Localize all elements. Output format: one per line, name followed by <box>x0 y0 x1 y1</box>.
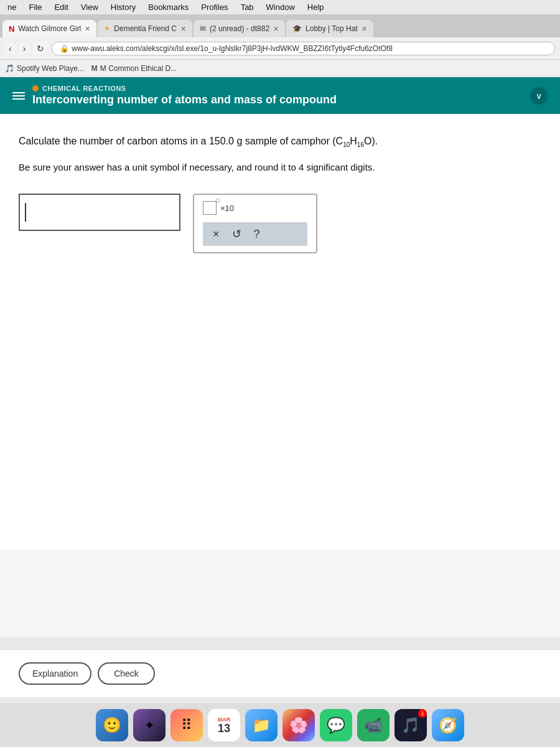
tab-icon-1: N <box>9 24 14 34</box>
superscript-row: ×10 <box>203 201 307 215</box>
tab-close-1[interactable]: ✕ <box>85 25 90 33</box>
tab-dementia-friend[interactable]: ✦ Dementia Friend C ✕ <box>98 20 192 37</box>
menu-tab[interactable]: Tab <box>241 2 254 12</box>
orange-dot-icon <box>32 85 39 92</box>
dock-finder[interactable]: 🙂 <box>96 709 128 741</box>
spotify-icon: 🎵 <box>5 64 14 73</box>
content-area: CHEMICAL REACTIONS Interconverting numbe… <box>0 77 560 637</box>
dock-files[interactable]: 📁 <box>245 709 278 741</box>
dock-messages[interactable]: 💬 <box>320 709 352 741</box>
finder-icon: 🙂 <box>103 716 121 734</box>
macos-dock: 🙂 ✦ ⠿ MAR 13 📁 🌸 💬 📹 🎵 1 🧭 <box>0 702 560 747</box>
bottom-actions: Explanation Check <box>0 649 560 697</box>
menu-profiles[interactable]: Profiles <box>201 2 228 12</box>
siri-icon: ✦ <box>144 718 155 733</box>
dock-siri[interactable]: ✦ <box>133 709 166 741</box>
menu-window[interactable]: Window <box>266 2 295 12</box>
messages-icon: 💬 <box>327 716 345 734</box>
address-bar-row: ‹ › ↻ 🔒 www-awu.aleks.com/alekscgi/x/lsl… <box>0 37 560 60</box>
cursor <box>25 203 26 222</box>
note-text: Be sure your answer has a unit symbol if… <box>19 160 541 175</box>
tab-icon-2: ✦ <box>104 24 110 33</box>
tab-label-1: Watch Gilmore Girl <box>18 24 81 33</box>
help-button[interactable]: ? <box>254 228 260 241</box>
clear-button[interactable]: × <box>213 228 220 241</box>
section-label: CHEMICAL REACTIONS <box>32 85 523 92</box>
music-icon: 🎵 <box>401 716 420 734</box>
tab-close-2[interactable]: ✕ <box>180 25 186 33</box>
dock-music[interactable]: 🎵 1 <box>394 709 427 741</box>
dock-calendar[interactable]: MAR 13 <box>208 709 240 741</box>
tab-close-4[interactable]: ✕ <box>362 25 367 33</box>
x10-label: ×10 <box>220 204 234 213</box>
launchpad-icon: ⠿ <box>181 716 192 734</box>
safari-icon: 🧭 <box>439 716 457 734</box>
question-area: Calculate the number of carbon atoms in … <box>0 114 560 550</box>
bookmark-spotify-label: Spotify Web Playe... <box>17 64 84 73</box>
menu-bar: ne File Edit View History Bookmarks Prof… <box>0 0 560 15</box>
answer-row: ×10 × ↺ ? <box>19 194 541 253</box>
facetime-icon: 📹 <box>364 716 383 734</box>
question-text: Calculate the number of carbon atoms in … <box>19 133 541 150</box>
tab-label-3: (2 unread) - dt882 <box>210 24 269 33</box>
tab-icon-4: 🎓 <box>292 24 302 33</box>
menu-bookmarks[interactable]: Bookmarks <box>148 2 189 12</box>
lock-icon: 🔒 <box>60 44 69 53</box>
explanation-button[interactable]: Explanation <box>19 662 91 685</box>
answer-input-box[interactable] <box>19 194 180 231</box>
aleks-header-text: CHEMICAL REACTIONS Interconverting numbe… <box>32 85 523 106</box>
forward-button[interactable]: › <box>19 42 30 55</box>
photos-icon: 🌸 <box>289 716 308 734</box>
aleks-header: CHEMICAL REACTIONS Interconverting numbe… <box>0 77 560 114</box>
dock-facetime[interactable]: 📹 <box>357 709 390 741</box>
address-bar[interactable]: 🔒 www-awu.aleks.com/alekscgi/x/lsl.exe/1… <box>52 42 555 55</box>
menu-view[interactable]: View <box>81 2 98 12</box>
dock-photos[interactable]: 🌸 <box>282 709 315 741</box>
tabs-bar: N Watch Gilmore Girl ✕ ✦ Dementia Friend… <box>0 15 560 37</box>
menu-help[interactable]: Help <box>307 2 324 12</box>
tab-lobby[interactable]: 🎓 Lobby | Top Hat ✕ <box>286 20 373 37</box>
cal-month: MAR <box>218 716 231 723</box>
tab-close-3[interactable]: ✕ <box>273 25 279 33</box>
back-button[interactable]: ‹ <box>5 42 16 55</box>
menu-edit[interactable]: Edit <box>54 2 68 12</box>
menu-ne[interactable]: ne <box>7 2 16 12</box>
collapse-button[interactable]: ∨ <box>530 87 548 105</box>
ethical-icon: M <box>91 64 98 73</box>
bookmark-ethical[interactable]: M M Common Ethical D... <box>91 64 177 73</box>
bookmarks-bar: 🎵 Spotify Web Playe... M M Common Ethica… <box>0 60 560 77</box>
music-badge: 1 <box>418 709 427 718</box>
hamburger-menu[interactable] <box>12 92 25 100</box>
bookmark-ethical-label: M Common Ethical D... <box>100 64 177 73</box>
tab-icon-3: ✉ <box>200 24 206 33</box>
superscript-box[interactable] <box>203 201 217 215</box>
refresh-button[interactable]: ↻ <box>33 42 48 55</box>
check-button[interactable]: Check <box>98 662 155 685</box>
topic-title: Interconverting number of atoms and mass… <box>32 93 523 106</box>
url-text: www-awu.aleks.com/alekscgi/x/lsl.exe/1o_… <box>72 44 392 53</box>
undo-button[interactable]: ↺ <box>232 227 241 241</box>
dock-launchpad[interactable]: ⠿ <box>170 709 203 741</box>
cal-date: 13 <box>218 723 230 734</box>
tool-buttons: × ↺ ? <box>203 222 307 246</box>
answer-tools-panel: ×10 × ↺ ? <box>193 194 317 253</box>
menu-file[interactable]: File <box>29 2 42 12</box>
tab-unread[interactable]: ✉ (2 unread) - dt882 ✕ <box>194 20 285 37</box>
tab-label-2: Dementia Friend C <box>114 24 177 33</box>
bookmark-spotify[interactable]: 🎵 Spotify Web Playe... <box>5 64 84 73</box>
menu-history[interactable]: History <box>111 2 136 12</box>
tab-label-4: Lobby | Top Hat <box>306 24 358 33</box>
dock-safari[interactable]: 🧭 <box>432 709 464 741</box>
files-icon: 📁 <box>252 716 271 734</box>
tab-watch-gilmore[interactable]: N Watch Gilmore Girl ✕ <box>2 20 96 37</box>
